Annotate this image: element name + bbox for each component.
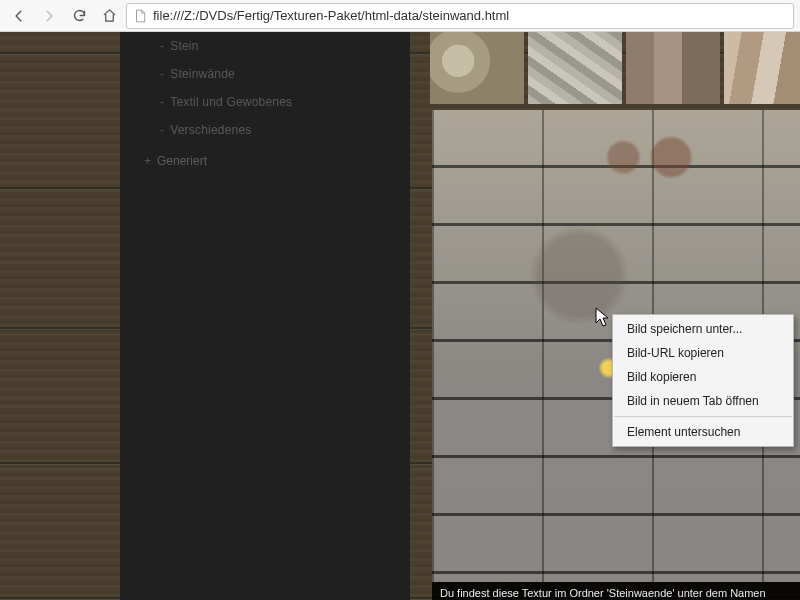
page-viewport: -Stein -Steinwände -Textil und Gewobenes… (0, 32, 800, 600)
browser-toolbar: file:///Z:/DVDs/Fertig/Texturen-Paket/ht… (0, 0, 800, 32)
ctx-copy-image[interactable]: Bild kopieren (613, 365, 793, 389)
thumbnail[interactable] (528, 32, 622, 104)
thumbnail[interactable] (626, 32, 720, 104)
context-menu: Bild speichern unter... Bild-URL kopiere… (612, 314, 794, 447)
back-button[interactable] (6, 4, 32, 28)
home-button[interactable] (96, 4, 122, 28)
ctx-save-image-as[interactable]: Bild speichern unter... (613, 317, 793, 341)
reload-button[interactable] (66, 4, 92, 28)
preview-caption: Du findest diese Textur im Ordner 'Stein… (432, 582, 800, 600)
ctx-inspect-element[interactable]: Element untersuchen (613, 420, 793, 444)
caption-line: Du findest diese Textur im Ordner 'Stein… (440, 586, 792, 600)
url-text: file:///Z:/DVDs/Fertig/Texturen-Paket/ht… (153, 8, 509, 23)
thumbnail[interactable] (430, 32, 524, 104)
ctx-copy-image-url[interactable]: Bild-URL kopieren (613, 341, 793, 365)
ctx-separator (614, 416, 792, 417)
file-icon (133, 9, 147, 23)
ctx-open-image-new-tab[interactable]: Bild in neuem Tab öffnen (613, 389, 793, 413)
forward-button[interactable] (36, 4, 62, 28)
address-bar[interactable]: file:///Z:/DVDs/Fertig/Texturen-Paket/ht… (126, 3, 794, 29)
thumbnail[interactable] (724, 32, 800, 104)
